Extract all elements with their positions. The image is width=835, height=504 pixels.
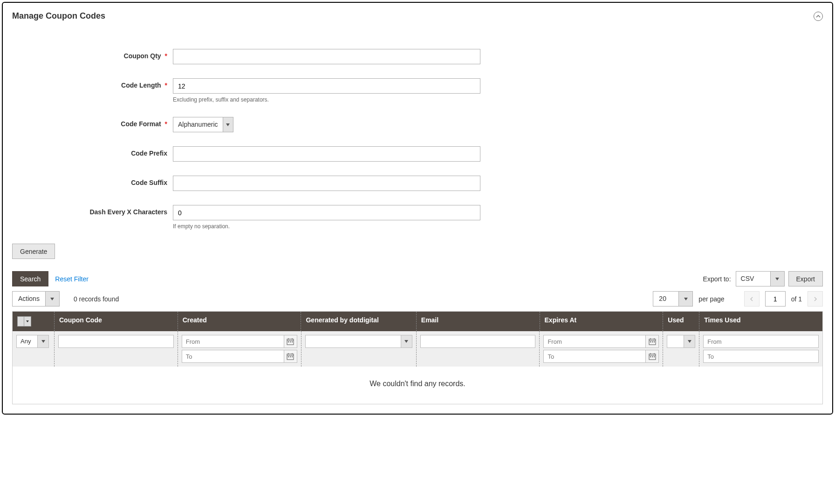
svg-rect-13	[292, 356, 293, 357]
page-total-label: of 1	[791, 295, 802, 303]
label-text: Dash Every X Characters	[89, 208, 167, 216]
filter-times-from[interactable]	[703, 335, 819, 348]
search-button[interactable]: Search	[12, 271, 48, 286]
required-marker: *	[165, 82, 167, 89]
prev-page-button[interactable]	[744, 291, 760, 306]
mass-actions-select[interactable]: Actions	[12, 291, 60, 306]
row-dash-every: Dash Every X Characters If empty no sepa…	[12, 205, 823, 230]
row-coupon-qty: Coupon Qty *	[12, 49, 823, 64]
label-code-prefix: Code Prefix	[12, 146, 173, 157]
hint-dash-every: If empty no separation.	[173, 223, 480, 230]
filter-used-value	[667, 335, 684, 347]
page-number-input[interactable]	[765, 291, 786, 306]
required-marker: *	[165, 52, 167, 60]
chevron-up-icon	[816, 14, 821, 19]
svg-rect-12	[290, 356, 291, 357]
coupon-qty-input[interactable]	[173, 49, 480, 64]
per-page-label: per page	[698, 295, 724, 303]
per-page-value: 20	[653, 292, 678, 306]
generate-button[interactable]: Generate	[12, 244, 55, 259]
grid-toolbar-top: Search Reset Filter Export to: CSV Expor…	[12, 271, 823, 286]
panel-header: Manage Coupon Codes	[12, 11, 823, 21]
col-header-email[interactable]: Email	[417, 312, 540, 331]
per-page-select[interactable]: 20	[653, 291, 693, 306]
chevron-down-icon	[223, 117, 233, 132]
col-header-expires-at[interactable]: Expires At	[540, 312, 664, 331]
filter-created-to[interactable]	[182, 350, 284, 363]
dash-every-input[interactable]	[173, 205, 480, 220]
filter-generated-by-select[interactable]	[305, 335, 412, 348]
label-text: Coupon Qty	[124, 52, 161, 60]
chevron-left-icon	[749, 297, 754, 301]
label-dash-every: Dash Every X Characters	[12, 205, 173, 216]
filter-expires-to[interactable]	[543, 350, 646, 363]
row-code-format: Code Format * Alphanumeric	[12, 117, 823, 132]
chevron-down-icon	[37, 335, 48, 347]
col-header-generated-by[interactable]: Generated by dotdigital	[301, 312, 416, 331]
col-header-coupon-code[interactable]: Coupon Code	[55, 312, 178, 331]
filter-gen-value	[306, 335, 401, 347]
svg-rect-25	[650, 356, 651, 357]
export-format-select[interactable]: CSV	[736, 271, 785, 286]
svg-rect-26	[652, 356, 653, 357]
filter-any-value: Any	[17, 335, 37, 347]
grid-toolbar-bottom: Actions 0 records found 20 per page of 1	[12, 291, 823, 306]
row-code-suffix: Code Suffix	[12, 176, 823, 191]
label-text: Code Length	[121, 82, 161, 89]
label-text: Code Prefix	[131, 150, 167, 157]
export-format-value: CSV	[736, 272, 770, 286]
row-code-prefix: Code Prefix	[12, 146, 823, 162]
chevron-down-icon	[45, 292, 59, 306]
calendar-button-expires-from[interactable]	[646, 335, 659, 348]
code-format-value: Alphanumeric	[173, 117, 223, 132]
calendar-button-created-to[interactable]	[284, 350, 297, 363]
code-suffix-input[interactable]	[173, 176, 480, 191]
calendar-icon	[649, 338, 656, 345]
svg-rect-4	[288, 341, 289, 342]
filter-used-select[interactable]	[667, 335, 695, 348]
filter-email[interactable]	[420, 335, 536, 348]
label-code-suffix: Code Suffix	[12, 176, 173, 186]
calendar-button-expires-to[interactable]	[646, 350, 659, 363]
calendar-button-created-from[interactable]	[284, 335, 297, 348]
grid-header-row: Coupon Code Created Generated by dotdigi…	[13, 312, 822, 331]
col-header-select	[13, 312, 55, 331]
export-to-label: Export to:	[703, 275, 731, 283]
collapse-toggle[interactable]	[814, 12, 823, 21]
panel-title: Manage Coupon Codes	[12, 11, 105, 21]
svg-rect-19	[652, 341, 653, 342]
col-header-times-used[interactable]: Times Used	[699, 312, 822, 331]
select-all-toggle[interactable]	[17, 316, 31, 327]
chevron-down-icon	[770, 272, 784, 286]
col-header-created[interactable]: Created	[178, 312, 301, 331]
reset-filter-link[interactable]: Reset Filter	[48, 271, 95, 286]
code-format-select[interactable]: Alphanumeric	[173, 117, 233, 132]
filter-times-to[interactable]	[703, 350, 819, 363]
svg-rect-18	[650, 341, 651, 342]
filter-created-from[interactable]	[182, 335, 284, 348]
code-length-input[interactable]	[173, 78, 480, 94]
svg-rect-20	[654, 341, 655, 342]
calendar-icon	[287, 353, 294, 360]
col-header-used[interactable]: Used	[663, 312, 699, 331]
next-page-button[interactable]	[808, 291, 823, 306]
label-text: Code Format	[121, 120, 161, 128]
code-prefix-input[interactable]	[173, 146, 480, 162]
calendar-icon	[649, 353, 656, 360]
coupon-codes-panel: Manage Coupon Codes Coupon Qty * Code Le…	[2, 2, 833, 415]
coupon-grid: Coupon Code Created Generated by dotdigi…	[12, 311, 823, 404]
filter-select-any[interactable]: Any	[16, 335, 49, 348]
records-found-text: 0 records found	[74, 295, 119, 303]
svg-rect-11	[288, 356, 289, 357]
chevron-down-icon	[684, 335, 695, 347]
export-button[interactable]: Export	[788, 271, 823, 286]
svg-rect-5	[290, 341, 291, 342]
required-marker: *	[165, 120, 167, 128]
label-coupon-qty: Coupon Qty *	[12, 49, 173, 60]
label-text: Code Suffix	[131, 179, 167, 186]
filter-coupon-code[interactable]	[58, 335, 174, 348]
svg-rect-27	[654, 356, 655, 357]
actions-label: Actions	[13, 292, 45, 306]
filter-expires-from[interactable]	[543, 335, 646, 348]
hint-code-length: Excluding prefix, suffix and separators.	[173, 96, 480, 103]
